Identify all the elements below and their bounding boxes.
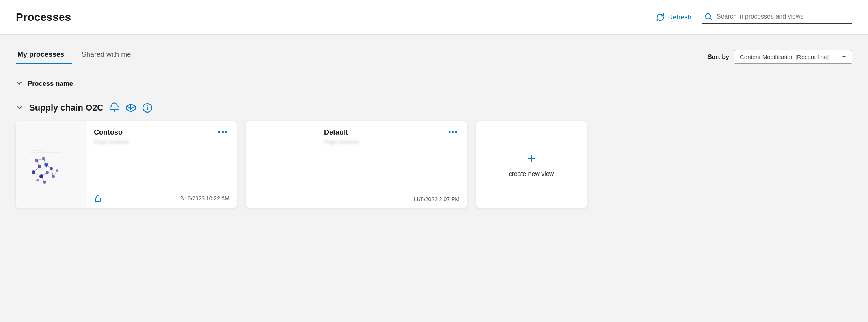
info-icon[interactable] xyxy=(142,102,153,113)
card-title-contoso: Contoso xyxy=(94,128,123,137)
svg-line-25 xyxy=(37,176,41,180)
search-container xyxy=(702,11,852,24)
card-date-contoso: 2/10/2023 10:22 AM xyxy=(180,195,229,202)
group-chevron-icon xyxy=(16,104,24,113)
new-view-card[interactable]: + create new view xyxy=(476,121,587,208)
new-view-label: create new view xyxy=(509,170,554,178)
card-thumbnail xyxy=(16,121,87,208)
svg-line-28 xyxy=(53,170,57,176)
svg-line-18 xyxy=(34,167,39,172)
process-name-section-header[interactable]: Process name xyxy=(16,75,852,93)
card-date-default: 11/8/2022 2:07 PM xyxy=(413,196,460,202)
card-title-default: Default xyxy=(324,128,348,137)
card-footer-contoso: 2/10/2023 10:22 AM xyxy=(94,187,229,202)
svg-line-22 xyxy=(46,165,51,168)
sort-label: Sort by xyxy=(708,54,729,61)
lock-icon xyxy=(94,194,102,202)
refresh-label: Refresh xyxy=(668,13,691,21)
card-title-row-default: Default ••• xyxy=(324,128,460,137)
card-menu-button-default[interactable]: ••• xyxy=(447,128,460,137)
svg-line-29 xyxy=(34,172,41,176)
refresh-button[interactable]: Refresh xyxy=(651,11,696,24)
tab-my-processes[interactable]: My processes xyxy=(16,47,72,64)
cards-container: Contoso ••• Roger Andrews xyxy=(16,121,852,208)
process-group-name: Supply chain O2C xyxy=(29,103,103,113)
tabs-row: My processes Shared with me Sort by Cont… xyxy=(16,47,852,64)
card-default: Default ••• Roger Andrews 11/8/2022 2:07… xyxy=(246,121,467,208)
sort-select[interactable]: Content Modification [Recent first] Name… xyxy=(734,50,852,64)
card-info-default: Default ••• Roger Andrews 11/8/2022 2:07… xyxy=(317,121,467,208)
card-footer-default: 11/8/2022 2:07 PM xyxy=(324,188,460,202)
svg-point-5 xyxy=(147,105,148,106)
svg-rect-32 xyxy=(95,198,100,202)
new-view-plus-icon: + xyxy=(527,152,535,166)
cube-icon[interactable] xyxy=(125,102,136,113)
refresh-icon xyxy=(656,13,665,22)
tab-shared-with-me[interactable]: Shared with me xyxy=(80,47,139,64)
card-menu-button-contoso[interactable]: ••• xyxy=(216,128,229,137)
process-group-header[interactable]: Supply chain O2C xyxy=(16,98,852,121)
search-icon xyxy=(704,12,713,21)
svg-line-19 xyxy=(37,161,39,167)
section-chevron-icon xyxy=(16,80,23,88)
main-content: My processes Shared with me Sort by Cont… xyxy=(0,35,868,228)
process-name-label: Process name xyxy=(28,80,73,88)
header-actions: Refresh xyxy=(651,11,852,24)
card-subtitle-default: Roger Andrews xyxy=(324,139,460,145)
card-contoso: Contoso ••• Roger Andrews xyxy=(16,121,237,208)
card-content: Contoso ••• Roger Andrews xyxy=(16,121,237,208)
svg-line-1 xyxy=(710,18,712,20)
thumbnail-svg xyxy=(22,135,81,194)
card-subtitle-contoso: Roger Andrews xyxy=(94,139,229,145)
ellipsis-icon-default: ••• xyxy=(448,128,458,136)
sort-container: Sort by Content Modification [Recent fir… xyxy=(708,50,852,64)
card-no-thumbnail xyxy=(246,121,317,208)
card-title-row: Contoso ••• xyxy=(94,128,229,137)
card-content-default: Default ••• Roger Andrews 11/8/2022 2:07… xyxy=(246,121,467,208)
search-input[interactable] xyxy=(717,13,843,20)
page-header: Processes Refresh xyxy=(0,0,868,35)
cloud-icon[interactable] xyxy=(109,102,120,113)
page-title: Processes xyxy=(16,11,71,24)
tabs-left: My processes Shared with me xyxy=(16,47,147,64)
svg-line-24 xyxy=(41,172,47,176)
card-info: Contoso ••• Roger Andrews xyxy=(87,121,237,208)
process-group: Supply chain O2C xyxy=(16,98,852,208)
ellipsis-icon: ••• xyxy=(218,128,228,136)
